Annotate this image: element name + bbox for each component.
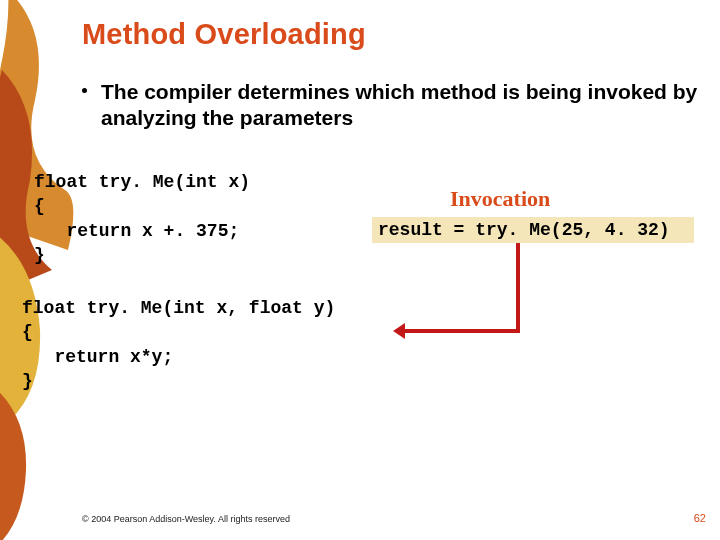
slide-title: Method Overloading (82, 18, 702, 51)
bullet-text: The compiler determines which method is … (101, 79, 702, 132)
bullet-dot-icon (82, 88, 87, 93)
copyright-text: © 2004 Pearson Addison-Wesley. All right… (82, 514, 290, 524)
page-number: 62 (694, 512, 706, 524)
bullet-item: The compiler determines which method is … (82, 79, 702, 132)
slide-content: Method Overloading The compiler determin… (82, 18, 702, 512)
